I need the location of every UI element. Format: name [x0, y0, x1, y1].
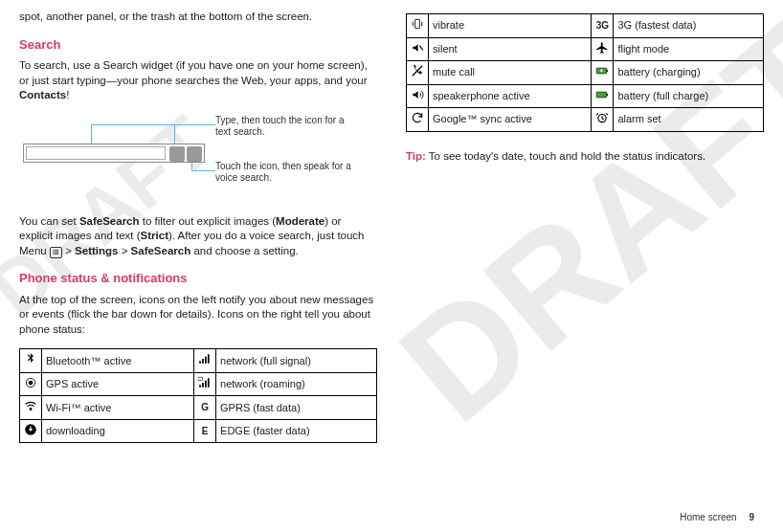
cell: alarm set [614, 108, 764, 132]
ss-b: SafeSearch [79, 215, 140, 227]
bracket-horiz-2 [191, 170, 215, 171]
cell: vibrate [429, 14, 592, 38]
signal-icon [194, 349, 216, 373]
svg-rect-10 [597, 92, 608, 98]
cell: silent [429, 37, 592, 61]
svg-rect-2 [198, 377, 203, 381]
bracket-horiz-1 [91, 124, 215, 125]
cell: Google™ sync active [429, 108, 592, 132]
status-heading: Phone status & notifications [19, 270, 377, 287]
table-row: mute call battery (charging) [407, 61, 764, 85]
svg-line-7 [413, 66, 423, 77]
callout-text-search: Type, then touch the icon for a text sea… [215, 115, 359, 139]
ss-f: Strict [141, 230, 168, 241]
search-diagram: Type, then touch the icon for a text sea… [19, 115, 377, 201]
speakerphone-icon [407, 84, 429, 108]
table-row: Google™ sync active alarm set [407, 108, 764, 132]
threeg-icon: 3G [592, 14, 614, 38]
intro-fragment: spot, another panel, or the trash at the… [19, 10, 377, 25]
left-column: spot, another panel, or the trash at the… [19, 10, 377, 443]
table-row: downloading E EDGE (faster data) [20, 419, 377, 443]
battery-full-icon [592, 84, 614, 108]
tip-label: Tip: [406, 150, 426, 162]
cell: speakerphone active [429, 84, 592, 108]
page-footer: Home screen 9 [680, 512, 754, 522]
search-text-input-illustration [26, 146, 166, 160]
edge-icon: E [194, 419, 216, 443]
bluetooth-icon [20, 349, 42, 373]
cell: GPRS (fast data) [216, 396, 377, 420]
cell: 3G (fastest data) [614, 14, 764, 38]
ss-j: > [118, 245, 130, 256]
ss-h: > [62, 245, 75, 256]
search-mic-icon [187, 146, 202, 162]
footer-section: Home screen [680, 512, 736, 522]
sync-icon [407, 108, 429, 132]
search-widget-illustration [23, 144, 205, 163]
cell: battery (full charge) [614, 84, 764, 108]
ss-c: to filter out explicit images ( [140, 215, 277, 227]
cell: battery (charging) [614, 61, 764, 85]
svg-point-3 [30, 409, 32, 410]
flight-icon [592, 37, 614, 61]
silent-icon [407, 37, 429, 61]
footer-page-number: 9 [749, 512, 754, 522]
right-column: vibrate 3G 3G (fastest data) silent flig… [406, 10, 764, 443]
svg-rect-5 [415, 19, 420, 28]
ss-a: You can set [19, 215, 79, 227]
search-bold-contacts: Contacts [19, 89, 66, 100]
table-row: Bluetooth™ active network (full signal) [20, 349, 377, 373]
ss-d: Moderate [276, 215, 324, 227]
table-row: GPS active network (roaming) [20, 372, 377, 396]
search-text-a: To search, use a Search widget (if you h… [19, 59, 368, 86]
status-table-2: vibrate 3G 3G (fastest data) silent flig… [406, 13, 764, 132]
ss-k: SafeSearch [131, 245, 191, 256]
cell: Bluetooth™ active [42, 349, 194, 373]
cell: Wi-Fi™ active [42, 396, 194, 420]
cell: downloading [42, 419, 194, 443]
svg-rect-11 [607, 93, 608, 95]
cell: flight mode [614, 37, 764, 61]
page-content: spot, another panel, or the trash at the… [0, 0, 783, 453]
cell: mute call [429, 61, 592, 85]
svg-point-0 [29, 380, 34, 385]
bracket-vert-1a [91, 124, 92, 144]
status-table-1: Bluetooth™ active network (full signal) … [19, 348, 377, 443]
bracket-vert-1b [174, 124, 175, 144]
cell: network (roaming) [216, 372, 377, 396]
cell: network (full signal) [216, 349, 377, 373]
ss-l: and choose a setting. [190, 245, 299, 256]
gps-icon [20, 372, 42, 396]
ss-i: Settings [75, 245, 118, 256]
wifi-icon [20, 396, 42, 420]
search-heading: Search [19, 36, 377, 54]
tip-paragraph: Tip: To see today's date, touch and hold… [406, 149, 764, 165]
battery-charging-icon [592, 61, 614, 85]
callout-voice-search: Touch the icon, then speak for a voice s… [215, 161, 359, 185]
cell: EDGE (faster data) [216, 419, 377, 443]
svg-line-6 [419, 45, 423, 50]
menu-icon: ⊞ [50, 247, 62, 258]
vibrate-icon [407, 14, 429, 38]
search-paragraph: To search, use a Search widget (if you h… [19, 58, 377, 103]
tip-text: To see today's date, touch and hold the … [426, 150, 705, 162]
alarm-icon [592, 108, 614, 132]
status-intro: At the top of the screen, icons on the l… [19, 293, 377, 338]
mute-call-icon [407, 61, 429, 85]
safesearch-paragraph: You can set SafeSearch to filter out exp… [19, 214, 377, 259]
search-text-c: ! [66, 89, 69, 100]
search-magnifier-icon [169, 146, 185, 162]
roaming-icon [194, 372, 216, 396]
table-row: speakerphone active battery (full charge… [407, 84, 764, 108]
download-icon [20, 419, 42, 443]
svg-rect-9 [607, 70, 608, 72]
gprs-icon: G [194, 396, 216, 420]
table-row: vibrate 3G 3G (fastest data) [407, 14, 764, 38]
table-row: silent flight mode [407, 37, 764, 61]
cell: GPS active [42, 372, 194, 396]
table-row: Wi-Fi™ active G GPRS (fast data) [20, 396, 377, 420]
